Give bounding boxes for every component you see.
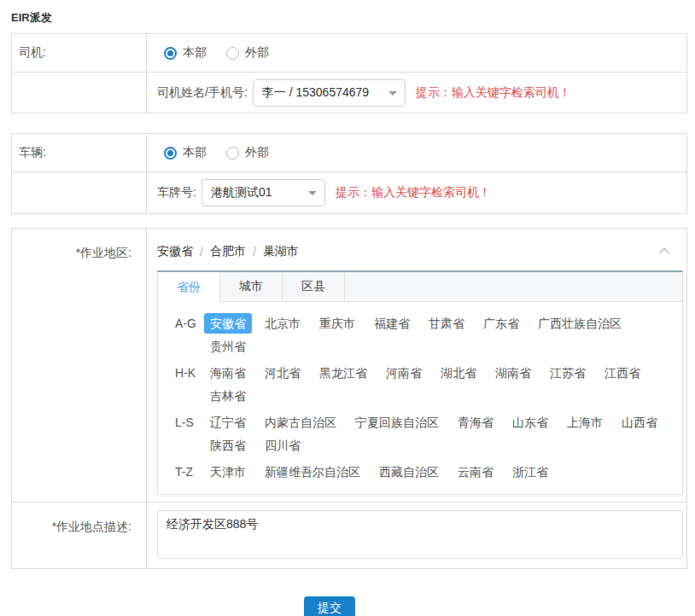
- province-list: 天津市新疆维吾尔自治区西藏自治区云南省浙江省: [204, 463, 554, 480]
- caret-down-icon: [388, 91, 397, 96]
- radio-label: 外部: [245, 45, 269, 61]
- driver-hint: 提示：输入关键字检索司机！: [416, 85, 571, 101]
- breadcrumb: 安徽省/合肥市/巢湖市: [157, 244, 299, 259]
- region-tab[interactable]: 区县: [283, 272, 345, 301]
- province-list: 辽宁省内蒙古自治区宁夏回族自治区青海省山东省上海市山西省陕西省四川省: [204, 414, 665, 454]
- province-item[interactable]: 天津市: [204, 462, 252, 482]
- radio-unselected-icon: [226, 47, 239, 60]
- breadcrumb-item[interactable]: 巢湖市: [263, 244, 299, 259]
- driver-select-value: 李一 / 15306574679: [262, 85, 369, 101]
- driver-select-label: 司机姓名/手机号:: [157, 85, 248, 101]
- group-letter-label: A-G: [175, 315, 201, 332]
- region-section: *作业地区: 安徽省/合肥市/巢湖市 省份城市区县 A-G安徽省北京市重庆市福建…: [11, 228, 687, 569]
- province-item[interactable]: 辽宁省: [204, 412, 252, 433]
- submit-button[interactable]: 提交: [304, 596, 355, 616]
- submit-row: 提交: [0, 596, 695, 616]
- province-list: 海南省河北省黑龙江省河南省湖北省湖南省江苏省江西省吉林省: [204, 364, 665, 404]
- vehicle-empty-cell: [12, 172, 147, 213]
- driver-radio-group: 本部外部: [147, 45, 269, 61]
- province-item[interactable]: 江苏省: [544, 363, 592, 383]
- province-item[interactable]: 海南省: [204, 363, 252, 383]
- vehicle-section: 车辆: 本部外部 车牌号: 港航测试01 提示：输入关键字检索司机！: [11, 133, 687, 214]
- radio-option[interactable]: 本部: [164, 45, 207, 61]
- driver-empty-cell: [12, 73, 147, 113]
- vehicle-label: 车辆:: [12, 134, 147, 171]
- province-item[interactable]: 广东省: [477, 313, 525, 334]
- province-item[interactable]: 西藏自治区: [373, 462, 445, 482]
- province-item[interactable]: 宁夏回族自治区: [349, 412, 445, 433]
- province-item[interactable]: 福建省: [368, 313, 416, 334]
- vehicle-hint: 提示：输入关键字检索司机！: [336, 185, 491, 200]
- radio-label: 本部: [183, 145, 207, 160]
- province-item[interactable]: 安徽省: [204, 313, 252, 334]
- province-item[interactable]: 青海省: [452, 412, 499, 433]
- vehicle-radio-group: 本部外部: [147, 145, 269, 160]
- province-item[interactable]: 吉林省: [204, 386, 252, 406]
- breadcrumb-item[interactable]: 安徽省: [157, 244, 193, 259]
- province-item[interactable]: 四川省: [259, 435, 307, 456]
- radio-unselected-icon: [226, 147, 239, 160]
- province-item[interactable]: 北京市: [259, 313, 307, 334]
- radio-selected-icon: [164, 147, 177, 160]
- province-group: L-S辽宁省内蒙古自治区宁夏回族自治区青海省山东省上海市山西省陕西省四川省: [175, 414, 665, 454]
- region-tab[interactable]: 城市: [220, 272, 283, 301]
- province-item[interactable]: 云南省: [452, 462, 499, 482]
- province-item[interactable]: 浙江省: [506, 462, 554, 482]
- province-item[interactable]: 河南省: [380, 363, 428, 383]
- radio-option[interactable]: 外部: [226, 145, 269, 160]
- page-title: EIR派发: [11, 10, 695, 26]
- province-item[interactable]: 上海市: [561, 412, 609, 433]
- province-item[interactable]: 贵州省: [204, 336, 252, 357]
- radio-option[interactable]: 外部: [226, 45, 269, 61]
- plate-select-label: 车牌号:: [157, 185, 196, 200]
- chevron-up-icon[interactable]: [659, 247, 670, 259]
- description-label: *作业地点描述:: [12, 503, 147, 568]
- breadcrumb-separator: /: [200, 245, 203, 259]
- region-label: *作业地区:: [12, 229, 147, 502]
- caret-down-icon: [308, 191, 317, 195]
- province-item[interactable]: 重庆市: [313, 313, 361, 334]
- group-letter-label: T-Z: [175, 463, 201, 480]
- province-item[interactable]: 山东省: [506, 412, 554, 433]
- driver-label: 司机:: [12, 34, 147, 72]
- province-item[interactable]: 内蒙古自治区: [259, 412, 342, 433]
- plate-select-value: 港航测试01: [211, 185, 272, 200]
- province-item[interactable]: 江西省: [599, 363, 646, 383]
- driver-select[interactable]: 李一 / 15306574679: [253, 79, 406, 107]
- province-group: T-Z天津市新疆维吾尔自治区西藏自治区云南省浙江省: [175, 463, 665, 480]
- region-picker-panel: 省份城市区县 A-G安徽省北京市重庆市福建省甘肃省广东省广西壮族自治区贵州省H-…: [157, 270, 683, 495]
- group-letter-label: H-K: [175, 364, 201, 381]
- radio-label: 本部: [183, 45, 207, 61]
- plate-select[interactable]: 港航测试01: [201, 179, 325, 206]
- radio-selected-icon: [164, 47, 177, 60]
- region-tab[interactable]: 省份: [158, 272, 220, 302]
- province-item[interactable]: 新疆维吾尔自治区: [259, 462, 366, 482]
- province-item[interactable]: 山西省: [616, 412, 663, 433]
- province-group: H-K海南省河北省黑龙江省河南省湖北省湖南省江苏省江西省吉林省: [175, 364, 665, 404]
- province-list: 安徽省北京市重庆市福建省甘肃省广东省广西壮族自治区贵州省: [204, 315, 665, 355]
- province-group: A-G安徽省北京市重庆市福建省甘肃省广东省广西壮族自治区贵州省: [175, 315, 665, 355]
- radio-label: 外部: [245, 145, 269, 160]
- breadcrumb-item[interactable]: 合肥市: [210, 244, 246, 259]
- province-item[interactable]: 陕西省: [204, 435, 252, 456]
- group-letter-label: L-S: [175, 414, 201, 431]
- province-item[interactable]: 湖北省: [435, 363, 482, 383]
- description-textarea[interactable]: 经济开发区888号: [157, 510, 683, 559]
- breadcrumb-separator: /: [253, 245, 256, 259]
- province-item[interactable]: 甘肃省: [423, 313, 470, 334]
- province-item[interactable]: 广西壮族自治区: [532, 313, 628, 334]
- radio-option[interactable]: 本部: [164, 145, 207, 160]
- province-item[interactable]: 黑龙江省: [313, 363, 373, 383]
- province-item[interactable]: 湖南省: [489, 363, 537, 383]
- province-groups: A-G安徽省北京市重庆市福建省甘肃省广东省广西壮族自治区贵州省H-K海南省河北省…: [158, 302, 682, 494]
- region-tabbar: 省份城市区县: [158, 272, 682, 302]
- driver-section: 司机: 本部外部 司机姓名/手机号: 李一 / 15306574679 提示：输…: [11, 33, 687, 113]
- province-item[interactable]: 河北省: [259, 363, 307, 383]
